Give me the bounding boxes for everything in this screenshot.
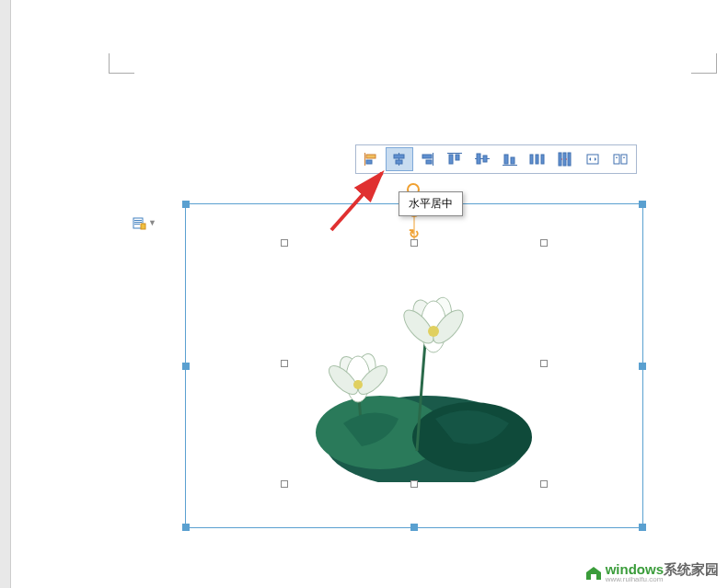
watermark-url: www.ruihaifu.com — [606, 576, 719, 583]
svg-rect-5 — [364, 153, 365, 166]
svg-rect-31 — [621, 155, 627, 164]
align-center-horizontal-icon — [391, 152, 408, 167]
page-corner-marker — [691, 53, 717, 74]
svg-rect-2 — [134, 222, 142, 223]
tooltip-text: 水平居中 — [409, 197, 453, 210]
align-bottom-icon — [502, 152, 518, 167]
svg-rect-6 — [366, 155, 376, 158]
distribute-vertical-button[interactable] — [551, 147, 579, 171]
svg-rect-7 — [366, 160, 372, 164]
resize-handle[interactable] — [182, 524, 190, 531]
equal-width-button[interactable] — [579, 147, 607, 171]
svg-rect-23 — [530, 155, 533, 164]
alignment-toolbar — [355, 144, 637, 174]
svg-rect-22 — [511, 157, 514, 164]
resize-handle[interactable] — [410, 524, 418, 531]
resize-handle[interactable] — [281, 360, 288, 367]
resize-handle[interactable] — [540, 480, 548, 488]
watermark: windows系统家园 www.ruihaifu.com — [584, 562, 719, 583]
resize-handle[interactable] — [540, 360, 548, 367]
watermark-logo-icon — [584, 565, 603, 582]
svg-rect-24 — [536, 155, 538, 164]
svg-rect-28 — [568, 153, 571, 166]
distribute-horizontal-icon — [529, 152, 546, 167]
svg-rect-20 — [503, 165, 517, 166]
svg-rect-18 — [477, 154, 480, 164]
svg-rect-1 — [134, 220, 142, 221]
equal-width-icon — [584, 152, 601, 167]
dropdown-arrow-icon: ▼ — [148, 218, 156, 227]
resize-handle[interactable] — [410, 239, 418, 247]
svg-rect-27 — [563, 153, 566, 166]
paste-options-icon — [132, 215, 146, 230]
document-margin — [0, 0, 11, 588]
svg-rect-19 — [483, 156, 487, 162]
svg-rect-9 — [394, 155, 404, 158]
svg-rect-4 — [141, 224, 145, 229]
svg-rect-12 — [422, 155, 432, 158]
svg-rect-11 — [433, 153, 433, 166]
align-top-button[interactable] — [441, 147, 468, 171]
svg-rect-30 — [614, 155, 619, 164]
align-right-button[interactable] — [413, 147, 441, 171]
svg-rect-15 — [449, 155, 453, 164]
resize-handle[interactable] — [182, 363, 190, 370]
annotation-arrow — [322, 166, 396, 239]
svg-rect-16 — [456, 155, 459, 160]
watermark-brand: windows系统家园 — [606, 562, 719, 576]
tooltip: 水平居中 — [399, 191, 463, 216]
align-bottom-button[interactable] — [496, 147, 524, 171]
align-right-icon — [419, 152, 435, 167]
align-middle-vertical-button[interactable] — [468, 147, 496, 171]
svg-rect-21 — [504, 155, 508, 164]
resize-handle[interactable] — [281, 239, 288, 247]
distribute-horizontal-button[interactable] — [524, 147, 551, 171]
svg-line-33 — [331, 173, 382, 230]
resize-handle[interactable] — [182, 201, 190, 208]
svg-rect-3 — [134, 224, 140, 225]
svg-rect-26 — [559, 153, 561, 166]
align-left-icon — [364, 152, 380, 167]
resize-handle[interactable] — [639, 201, 646, 208]
resize-handle[interactable] — [410, 480, 418, 488]
equal-height-button[interactable] — [607, 147, 634, 171]
svg-rect-25 — [541, 155, 544, 164]
svg-rect-14 — [447, 153, 462, 154]
distribute-vertical-icon — [557, 152, 573, 167]
svg-rect-13 — [426, 160, 432, 164]
resize-handle[interactable] — [540, 239, 548, 247]
svg-rect-49 — [591, 574, 596, 580]
align-middle-vertical-icon — [474, 152, 491, 167]
page-corner-marker — [109, 53, 134, 74]
paste-options-button[interactable]: ▼ — [132, 215, 156, 230]
inner-selection-box[interactable]: ↻ — [284, 243, 544, 484]
resize-handle[interactable] — [281, 480, 288, 488]
svg-rect-10 — [396, 160, 402, 164]
resize-handle[interactable] — [639, 363, 646, 370]
equal-height-icon — [612, 152, 629, 167]
resize-handle[interactable] — [639, 524, 646, 531]
align-top-icon — [446, 152, 463, 167]
svg-rect-29 — [587, 155, 598, 164]
